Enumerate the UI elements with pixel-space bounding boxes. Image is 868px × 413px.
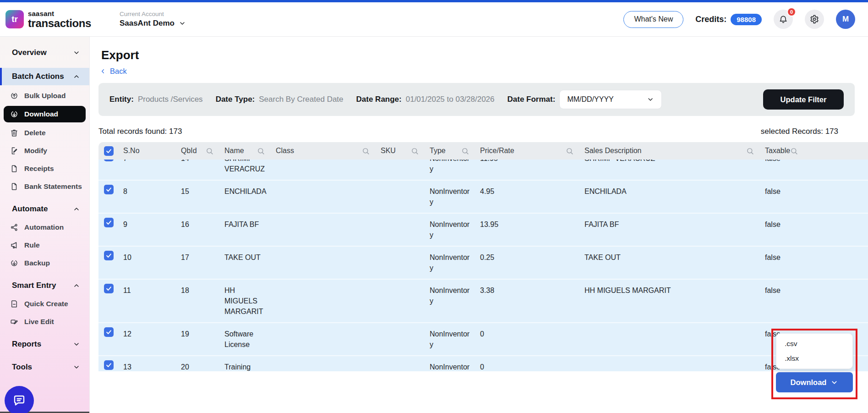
search-icon[interactable] [566, 147, 573, 155]
sidebar-item-delete[interactable]: Delete [0, 125, 89, 140]
sidebar-section-reports[interactable]: Reports [0, 336, 89, 352]
sidebar-section-smart-entry[interactable]: Smart Entry [0, 278, 89, 293]
cell-value: false [765, 253, 781, 261]
sidebar-item-modify[interactable]: Modify [0, 143, 89, 158]
sidebar-item-automation[interactable]: Automation [0, 220, 89, 235]
search-icon[interactable] [411, 147, 419, 155]
format-options-panel: .csv.xlsx [776, 333, 853, 369]
column-header-sku: SKU [376, 147, 425, 155]
sidebar-item-label: Bank Statements [24, 182, 82, 191]
whats-new-button[interactable]: What's New [623, 11, 683, 28]
download-icon [10, 259, 18, 267]
cell-taxable: false [760, 247, 785, 268]
cell-value: 8 [123, 187, 127, 195]
user-avatar[interactable]: M [836, 10, 855, 29]
chat-fab-button[interactable] [5, 386, 34, 413]
page-title: Export [98, 48, 868, 62]
cell-sno: 7 [119, 160, 176, 169]
notifications-button[interactable]: 0 [774, 10, 793, 29]
update-filter-button[interactable]: Update Filter [763, 89, 844, 110]
cell-sku [376, 247, 425, 258]
format-option-csv[interactable]: .csv [776, 336, 852, 351]
row-checkbox[interactable] [104, 360, 114, 370]
cell-value: ENCHILADA [224, 186, 267, 197]
date-format-dropdown[interactable]: MM/DD/YYYY [559, 90, 662, 109]
cell-sku [376, 181, 425, 192]
sidebar-item-bank-statements[interactable]: Bank Statements [0, 179, 89, 194]
table-row: 714SHRIMP VERACRUZNonInventory11.95SHRIM… [98, 160, 868, 181]
cell-name: ENCHILADA [220, 181, 271, 202]
entity-label: Entity: [109, 95, 134, 104]
date-type-label: Date Type: [216, 95, 255, 104]
cell-sku [376, 323, 425, 334]
search-icon[interactable] [746, 147, 754, 155]
total-records-text: Total records found: 173 [98, 127, 182, 136]
search-icon[interactable] [257, 147, 265, 155]
cell-value: 0 [480, 330, 484, 338]
sidebar-section-label: Reports [12, 340, 41, 349]
column-header-price-rate: Price/Rate [475, 147, 580, 155]
brand-name-bottom: transactions [28, 18, 91, 29]
sidebar-item-live-edit[interactable]: Live Edit [0, 314, 89, 329]
search-icon[interactable] [206, 147, 213, 155]
sidebar: OverviewBatch ActionsBulk UploadDownload… [0, 37, 90, 413]
sidebar-item-receipts[interactable]: Receipts [0, 161, 89, 176]
row-checkbox-cell [98, 280, 119, 293]
sidebar-item-rule[interactable]: Rule [0, 237, 89, 253]
column-header-name: Name [220, 147, 271, 155]
row-checkbox[interactable] [104, 251, 114, 260]
sidebar-item-label: Download [24, 110, 58, 118]
sidebar-item-quick-create[interactable]: Quick Create [0, 296, 89, 311]
cell-type: NonInventory [425, 356, 475, 371]
search-icon[interactable] [461, 147, 469, 155]
cell-class [271, 356, 376, 367]
search-icon[interactable] [362, 147, 370, 155]
account-selector[interactable]: Current Account SaasAnt Demo [120, 11, 186, 28]
row-checkbox[interactable] [104, 327, 114, 337]
row-checkbox[interactable] [104, 284, 114, 293]
cell-value: 9 [123, 220, 127, 228]
sidebar-section-label: Smart Entry [12, 281, 56, 290]
cell-value: Software License [224, 329, 267, 350]
cell-price: 0.25 [475, 247, 580, 268]
row-checkbox[interactable] [104, 185, 114, 194]
cell-value: 13 [123, 363, 131, 371]
select-all-checkbox[interactable] [104, 146, 114, 156]
row-checkbox[interactable] [104, 160, 114, 161]
chevron-down-icon [73, 363, 80, 371]
download-button[interactable]: Download [776, 372, 853, 392]
sidebar-section-batch-actions[interactable]: Batch Actions [0, 68, 89, 85]
sidebar-section-tools[interactable]: Tools [0, 359, 89, 375]
cell-class [271, 247, 376, 258]
cell-name: FAJITA BF [220, 214, 271, 235]
cell-class [271, 280, 376, 291]
format-option-xlsx[interactable]: .xlsx [776, 351, 852, 366]
date-range-value: 01/01/2025 to 03/28/2026 [406, 95, 495, 104]
app-header: tr saasant transactions Current Account … [0, 2, 868, 37]
sidebar-item-label: Receipts [24, 165, 54, 173]
cell-value: FAJITA BF [584, 220, 619, 228]
cell-sku [376, 356, 425, 367]
row-checkbox[interactable] [104, 218, 114, 227]
cell-sku [376, 280, 425, 291]
column-header-label: S.No [123, 147, 140, 155]
cell-value: 12 [123, 330, 131, 338]
sidebar-item-backup[interactable]: Backup [0, 255, 89, 270]
sidebar-section-automate[interactable]: Automate [0, 201, 89, 217]
settings-button[interactable] [805, 10, 824, 29]
cell-value: NonInventory [430, 362, 471, 371]
sidebar-section-overview[interactable]: Overview [0, 45, 89, 61]
date-type-value: Search By Created Date [259, 95, 343, 104]
cell-class [271, 323, 376, 334]
back-link[interactable]: Back [98, 67, 140, 76]
cell-value: false [765, 220, 781, 228]
cell-name: Software License [220, 323, 271, 355]
sidebar-item-download[interactable]: Download [4, 106, 86, 122]
filter-bar: Entity: Products /Services Date Type: Se… [98, 83, 855, 116]
cell-qbid: 18 [176, 280, 220, 301]
sidebar-item-bulk-upload[interactable]: Bulk Upload [0, 88, 89, 103]
search-icon[interactable] [790, 147, 798, 155]
cell-qbid: 14 [176, 160, 220, 169]
cell-desc [580, 323, 760, 334]
cell-taxable: false [760, 160, 785, 169]
